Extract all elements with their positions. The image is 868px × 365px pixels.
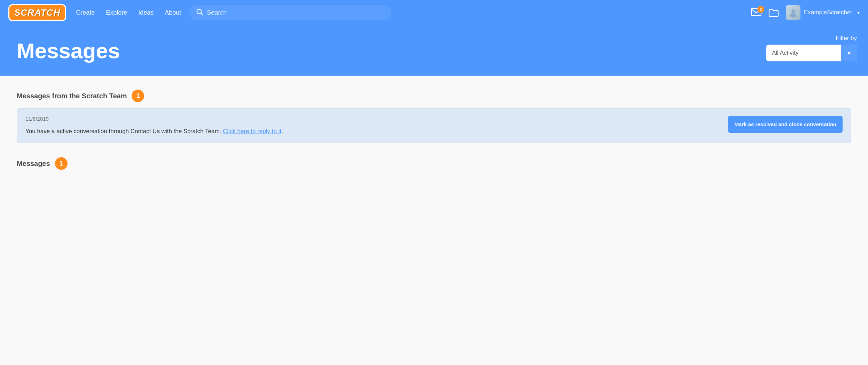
filter-select-arrow[interactable]: ▾ [841, 45, 857, 61]
main-content: Messages from the Scratch Team 1 11/6/20… [0, 76, 868, 184]
hero-band: Messages Filter by All Activity ▾ [0, 25, 868, 76]
reply-link[interactable]: Click here to reply to it [223, 128, 281, 135]
nav-link-about[interactable]: About [165, 9, 181, 16]
page-title: Messages [17, 38, 120, 63]
filter-select-wrapper[interactable]: All Activity ▾ [766, 45, 857, 61]
scratch-logo[interactable]: SCRATCH [8, 4, 66, 21]
search-input[interactable] [207, 9, 385, 16]
filter-section: Filter by All Activity ▾ [766, 35, 857, 61]
messages-section-title: Messages [17, 160, 50, 168]
svg-point-3 [791, 9, 795, 13]
messages-count-badge: 1 [55, 157, 68, 170]
message-card-body: 11/6/2019 You have a active conversation… [25, 116, 721, 136]
svg-point-4 [790, 13, 796, 17]
nav-link-create[interactable]: Create [76, 9, 95, 16]
navbar: SCRATCH Create Explore Ideas About 2 [0, 0, 868, 25]
search-icon [196, 8, 203, 17]
avatar [786, 5, 800, 20]
scratch-team-count-badge: 1 [132, 90, 144, 102]
message-text: You have a active conversation through C… [25, 127, 721, 136]
filter-select-value: All Activity [766, 50, 841, 56]
messages-icon-btn[interactable]: 2 [751, 8, 761, 17]
message-text-after: . [281, 128, 283, 135]
svg-line-1 [201, 13, 203, 15]
messages-section-header: Messages 1 [17, 157, 851, 170]
notification-badge: 2 [757, 6, 764, 13]
scratch-team-section-header: Messages from the Scratch Team 1 [17, 90, 851, 102]
folder-icon-btn[interactable] [768, 8, 779, 17]
search-bar[interactable] [189, 5, 391, 20]
message-date: 11/6/2019 [25, 116, 721, 122]
filter-label: Filter by [836, 35, 857, 42]
nav-right: 2 ExampleScratcher ▾ [751, 5, 860, 20]
message-text-before: You have a active conversation through C… [25, 128, 221, 135]
nav-link-ideas[interactable]: Ideas [138, 9, 154, 16]
message-card: 11/6/2019 You have a active conversation… [17, 108, 851, 143]
nav-link-explore[interactable]: Explore [106, 9, 127, 16]
username-label: ExampleScratcher [804, 9, 852, 16]
user-section[interactable]: ExampleScratcher ▾ [786, 5, 860, 20]
resolve-button[interactable]: Mark as resolved and close conversation [728, 116, 843, 133]
chevron-down-icon: ▾ [857, 10, 860, 15]
scratch-team-section-title: Messages from the Scratch Team [17, 92, 127, 100]
nav-links: Create Explore Ideas About [76, 9, 181, 16]
